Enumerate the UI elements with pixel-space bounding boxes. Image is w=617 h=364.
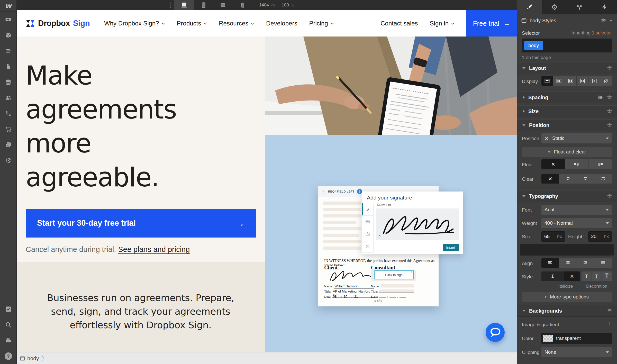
nav-developers[interactable]: Developers xyxy=(266,20,297,27)
bg-color-input[interactable]: transparent xyxy=(541,333,612,344)
weight-select[interactable]: 400 - Normal xyxy=(541,218,612,228)
breakpoint-mobile-landscape[interactable] xyxy=(213,0,233,10)
align-left-button[interactable] xyxy=(541,258,559,268)
selector-input[interactable]: body xyxy=(522,39,612,52)
chevron-down-icon xyxy=(522,124,525,126)
section-spacing[interactable]: Spacing xyxy=(517,92,617,103)
clear-both-button[interactable] xyxy=(594,174,612,184)
float-left-button[interactable] xyxy=(565,159,589,169)
tab-style-manager[interactable] xyxy=(567,0,592,14)
italicize-caption: Italicize xyxy=(550,284,581,289)
signature-document-mockup: REQ* FIELD LEFT 3 Add your signature xyxy=(318,186,439,306)
tab-draw[interactable] xyxy=(362,203,373,216)
more-type-options-expander[interactable]: More type options xyxy=(522,292,612,302)
canvas-width-value[interactable]: 1404 xyxy=(259,3,269,8)
ecommerce-icon[interactable] xyxy=(0,121,16,137)
assets-icon[interactable] xyxy=(0,137,16,153)
breakpoint-desktop[interactable] xyxy=(174,0,194,10)
nav-pricing[interactable]: Pricing xyxy=(309,20,334,27)
nav-why-dropbox-sign[interactable]: Why Dropbox Sign? xyxy=(104,20,165,27)
free-trial-button[interactable]: Free trial→ xyxy=(466,10,517,37)
breakpoint-mobile-portrait[interactable] xyxy=(233,0,252,10)
display-inline-button[interactable]: A xyxy=(588,76,600,86)
selector-chip-body[interactable]: body xyxy=(524,41,543,50)
section-size[interactable]: Size xyxy=(517,105,617,117)
add-background-button[interactable]: + xyxy=(608,320,612,328)
start-trial-button[interactable]: Start your 30-day free trial → xyxy=(26,209,256,238)
spacing-edit-icon[interactable] xyxy=(598,95,604,100)
display-inline-block-button[interactable] xyxy=(577,76,588,86)
tab-type[interactable] xyxy=(362,216,373,228)
align-right-button[interactable] xyxy=(577,258,595,268)
dropbox-sign-logo[interactable]: Dropbox Sign xyxy=(26,19,90,28)
nav-resources[interactable]: Resources xyxy=(219,20,254,27)
insert-button[interactable]: Insert xyxy=(443,244,459,251)
display-flex-button[interactable] xyxy=(553,76,565,86)
pages-icon[interactable] xyxy=(0,59,16,74)
typography-color-field[interactable] xyxy=(520,244,614,256)
chevron-down-icon[interactable] xyxy=(609,20,612,22)
transparency-swatch[interactable] xyxy=(543,335,553,342)
tab-interactions[interactable] xyxy=(592,0,617,14)
canvas-zoom-value[interactable]: 100 xyxy=(282,3,289,8)
nav-sign-in[interactable]: Sign in xyxy=(430,20,455,27)
chat-widget-button[interactable] xyxy=(486,323,505,342)
display-grid-button[interactable] xyxy=(565,76,577,86)
position-select[interactable]: ✕ Static xyxy=(541,133,612,143)
italic-off-button[interactable]: ✕ xyxy=(564,271,580,281)
section-backgrounds[interactable]: Backgrounds xyxy=(517,305,617,317)
tab-style[interactable] xyxy=(517,0,542,14)
font-select[interactable]: Arial xyxy=(541,205,612,215)
clear-none-button[interactable]: ✕ xyxy=(541,174,559,184)
italic-on-button[interactable]: I xyxy=(541,271,564,281)
audit-check-icon[interactable] xyxy=(0,301,16,317)
webflow-logo[interactable]: w xyxy=(0,0,16,12)
drag-handle-icon[interactable] xyxy=(322,190,324,194)
align-justify-button[interactable] xyxy=(594,258,612,268)
settings-icon[interactable]: ⚙ xyxy=(0,153,16,168)
underline-button[interactable]: T xyxy=(592,271,602,281)
clipping-select[interactable]: None xyxy=(541,347,612,357)
breadcrumb-body[interactable]: body xyxy=(20,355,44,361)
plans-pricing-link[interactable]: See plans and pricing xyxy=(118,245,190,253)
align-buttons xyxy=(541,258,612,268)
section-layout[interactable]: Layout xyxy=(517,62,617,74)
breakpoint-tablet[interactable] xyxy=(194,0,213,10)
float-clear-expander[interactable]: Float and clear xyxy=(522,147,612,157)
nav-contact-sales[interactable]: Contact sales xyxy=(380,20,418,27)
clear-left-button[interactable] xyxy=(559,174,577,184)
logic-icon[interactable] xyxy=(0,106,16,121)
float-none-button[interactable]: ✕ xyxy=(541,159,565,169)
cms-icon[interactable] xyxy=(0,74,16,90)
signature-canvas[interactable]: × xyxy=(376,208,459,240)
inheritance-cap-icon[interactable] xyxy=(601,18,606,23)
clear-right-button[interactable] xyxy=(577,174,595,184)
tab-saved[interactable] xyxy=(362,240,373,253)
components-icon[interactable] xyxy=(0,27,16,43)
left-toolbar: w ⚙ xyxy=(0,0,17,364)
tab-upload-photo[interactable] xyxy=(362,228,373,240)
display-block-button[interactable] xyxy=(541,76,553,86)
float-right-button[interactable] xyxy=(588,159,612,169)
align-center-button[interactable] xyxy=(559,258,577,268)
consultant-name-row: Name: xyxy=(371,284,414,288)
font-size-input[interactable]: 65PX xyxy=(541,231,565,242)
add-elements-icon[interactable] xyxy=(0,12,16,27)
video-tutorials-icon[interactable] xyxy=(0,333,16,348)
inheriting-note[interactable]: Inheriting 1 selector xyxy=(571,30,612,36)
users-icon[interactable] xyxy=(0,90,16,106)
click-to-sign-button[interactable]: Click to sign * xyxy=(374,270,414,279)
nav-products[interactable]: Products xyxy=(177,20,207,27)
navigator-icon[interactable] xyxy=(0,43,16,59)
canvas-menu-icon[interactable] xyxy=(166,3,174,8)
section-position[interactable]: Position xyxy=(517,119,617,131)
strikethrough-button[interactable]: T xyxy=(582,271,592,281)
display-none-button[interactable] xyxy=(600,76,612,86)
search-icon[interactable] xyxy=(0,317,16,333)
line-height-input[interactable]: 20PX xyxy=(588,231,612,242)
overline-button[interactable]: T xyxy=(602,271,612,281)
help-icon[interactable]: ? xyxy=(0,348,16,364)
design-canvas: Dropbox Sign Why Dropbox Sign? Products … xyxy=(16,10,517,364)
section-typography[interactable]: Typography xyxy=(517,190,617,202)
tab-settings[interactable]: ⚙ xyxy=(542,0,567,14)
